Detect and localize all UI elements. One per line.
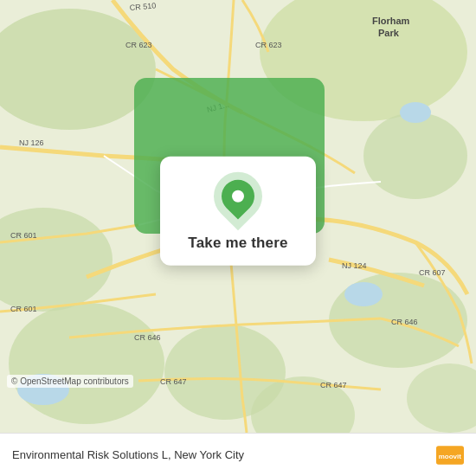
bottom-bar: Environmental Risk Solutions L, New York… — [0, 433, 476, 476]
svg-text:NJ 124: NJ 124 — [342, 261, 367, 270]
svg-text:NJ 126: NJ 126 — [19, 138, 44, 147]
svg-point-3 — [363, 113, 467, 199]
popup-card: Take me there — [160, 157, 316, 266]
location-pin-dot — [229, 188, 247, 205]
location-pin-inner — [215, 173, 261, 220]
svg-text:Park: Park — [378, 28, 400, 38]
svg-text:CR 623: CR 623 — [125, 41, 152, 49]
svg-point-5 — [9, 303, 164, 424]
svg-point-11 — [344, 282, 383, 306]
svg-text:CR 647: CR 647 — [160, 377, 187, 386]
svg-text:CR 647: CR 647 — [320, 381, 347, 389]
svg-text:moovit: moovit — [439, 452, 462, 460]
svg-text:CR 623: CR 623 — [255, 41, 282, 49]
svg-text:Florham: Florham — [372, 16, 410, 26]
svg-text:CR 601: CR 601 — [10, 231, 37, 240]
location-name: Environmental Risk Solutions L, New York… — [12, 448, 244, 461]
moovit-icon: moovit — [436, 441, 464, 469]
svg-point-10 — [400, 102, 431, 123]
svg-text:CR 607: CR 607 — [419, 268, 446, 277]
moovit-logo: moovit — [436, 441, 464, 469]
map-container: CR 510 CR 623 CR 623 NJ 126 CR 601 CR 60… — [0, 0, 476, 433]
svg-text:CR 646: CR 646 — [134, 333, 161, 342]
osm-attribution: © OpenStreetMap contributors — [7, 375, 133, 388]
location-pin-outer — [203, 162, 272, 230]
take-me-there-button[interactable]: Take me there — [188, 233, 287, 254]
svg-text:CR 646: CR 646 — [391, 318, 418, 326]
svg-text:CR 601: CR 601 — [10, 305, 37, 313]
pin-wrapper — [214, 172, 262, 228]
